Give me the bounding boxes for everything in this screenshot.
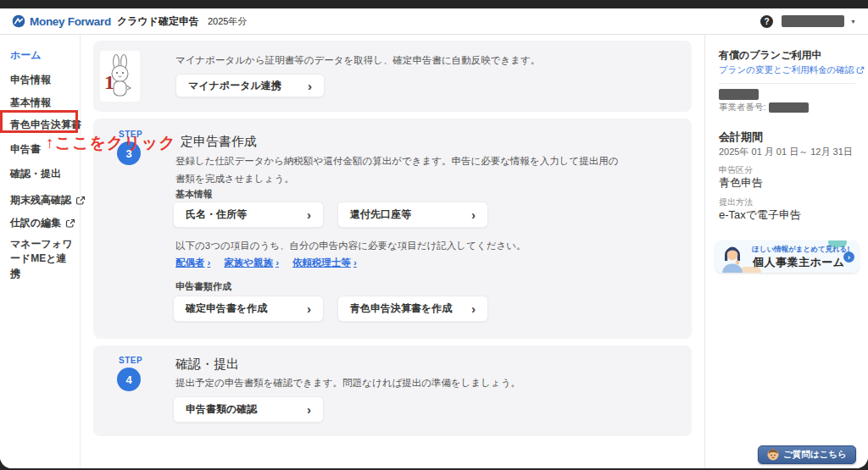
question-button[interactable]: ご質問はこちら: [758, 445, 856, 464]
submit-method-label: 提出方法: [719, 196, 753, 208]
plan-change-link[interactable]: プランの変更とご利用料金の確認: [719, 64, 865, 76]
create-tax-return-button[interactable]: 確定申告書を作成 ›: [173, 296, 324, 322]
redacted-business-name: [719, 89, 759, 100]
plan-status: 有償のプランご利用中: [719, 48, 821, 63]
divider: [719, 83, 855, 84]
chevron-down-icon: ▼: [850, 19, 856, 25]
redacted-account-name: [782, 15, 844, 27]
sole-proprietor-home-banner[interactable]: ほしい情報がまとめて見れる! 個人事業主ホーム ›: [715, 241, 859, 273]
step3-label: STEP: [119, 130, 142, 139]
top-header: Money Forward クラウド確定申告 2025年分 ? ▼: [0, 8, 868, 35]
right-sidebar: 有償のプランご利用中 プランの変更とご利用料金の確認 事業者番号: 会計期間 2…: [704, 35, 868, 468]
external-link-icon: [856, 66, 865, 75]
mynaportal-link-button[interactable]: マイナポータル連携 ›: [175, 74, 325, 97]
step3-card: STEP 3 定申告書作成 登録した仕訳データから納税額や還付金額の算出ができま…: [93, 119, 692, 339]
chevron-right-icon: ›: [353, 257, 357, 268]
chevron-right-icon: ›: [307, 403, 311, 416]
sidebar-item-mf-me-renkei[interactable]: マネーフォワードMEと連携: [10, 237, 76, 281]
rabbit-mascot-icon: 1: [103, 53, 137, 99]
chevron-right-icon: ›: [208, 257, 211, 268]
chevron-right-icon: ›: [275, 257, 279, 268]
filing-type-label: 申告区分: [719, 164, 753, 176]
myna-mascot-image: 1: [100, 51, 140, 102]
support-mascot-icon: [767, 449, 779, 461]
app-window: Money Forward クラウド確定申告 2025年分 ? ▼ ホーム 申告…: [0, 8, 868, 468]
family-link[interactable]: 家族や親族›: [224, 257, 279, 269]
money-forward-logo[interactable]: Money Forward: [12, 14, 111, 28]
check-documents-button[interactable]: 申告書類の確認 ›: [173, 396, 324, 423]
create-aoiro-statement-button[interactable]: 青色申告決算書を作成 ›: [337, 296, 488, 322]
banner-catchphrase: ほしい情報がまとめて見れる!: [752, 245, 849, 255]
sidebar-item-aoiro-kessansho[interactable]: 青色申告決算書: [10, 118, 81, 132]
product-year: 2025年分: [208, 15, 247, 28]
arrow-right-icon: ›: [843, 252, 854, 263]
external-link-icon: [65, 218, 75, 229]
filing-type-value: 青色申告: [719, 175, 763, 191]
step3-number-badge: 3: [117, 141, 141, 165]
question-button-label: ご質問はこちら: [783, 449, 847, 461]
step3-note: 以下の3つの項目のうち、自分の申告内容に必要な項目だけ記入してください。: [175, 237, 526, 255]
chevron-right-icon: ›: [471, 302, 476, 315]
account-dropdown[interactable]: ▼: [782, 15, 856, 27]
money-forward-logo-icon: [12, 14, 25, 28]
banner-title: 個人事業主ホーム: [753, 255, 845, 270]
accounting-period-label: 会計期間: [719, 130, 763, 145]
sidebar-item-kihon-joho[interactable]: 基本情報: [10, 96, 51, 110]
chevron-right-icon: ›: [471, 208, 476, 221]
step4-card: STEP 4 確認・提出 提出予定の申告書類を確認できます。問題なければ提出の準…: [93, 346, 692, 436]
redacted-business-number: [769, 102, 809, 113]
submit-method-value: e-Taxで電子申告: [719, 207, 801, 223]
product-name: クラウド確定申告: [117, 14, 199, 29]
help-icon[interactable]: ?: [760, 15, 773, 28]
sidebar-item-shinkoku-joho[interactable]: 申告情報: [10, 73, 51, 87]
step4-description: 提出予定の申告書類を確認できます。問題なければ提出の準備をしましょう。: [175, 374, 633, 392]
sidebar-item-home[interactable]: ホーム: [10, 48, 42, 63]
step3-title: 定申告書作成: [181, 134, 257, 150]
chevron-right-icon: ›: [308, 80, 312, 92]
mynaportal-description: マイナポータルから証明書等のデータを取得し、確定申告書に自動反映できます。: [175, 52, 540, 69]
sidebar-item-shinkokusho[interactable]: 申告書: [10, 142, 41, 157]
external-link-icon: [75, 196, 86, 206]
chat-widget: ご質問はこちら: [749, 440, 865, 468]
tax-accountant-link[interactable]: 依頼税理士等›: [292, 257, 357, 269]
spouse-link[interactable]: 配偶者›: [175, 257, 210, 269]
woman-illustration: [717, 242, 748, 273]
mynaportal-card: 1 マイナポータルから証明書等のデータを取得し、確定申告書に自動反映できます。 …: [93, 41, 692, 112]
svg-text:1: 1: [104, 71, 114, 93]
docs-creation-label: 申告書類作成: [175, 280, 231, 293]
sidebar-item-kimatsu-zandaka[interactable]: 期末残高確認: [10, 193, 86, 207]
step4-label: STEP: [119, 356, 142, 365]
logo-text: Money Forward: [30, 15, 111, 28]
step4-title: 確認・提出: [175, 357, 239, 373]
chevron-right-icon: ›: [307, 302, 311, 315]
sidebar-item-kakunin-teishutsu[interactable]: 確認・提出: [10, 167, 61, 181]
accounting-period-value: 2025年 01 月 01 日～ 12月 31日: [719, 146, 853, 158]
sidebar-item-shiwake-henshu[interactable]: 仕訳の編集: [10, 216, 75, 230]
main-content: 1 マイナポータルから証明書等のデータを取得し、確定申告書に自動反映できます。 …: [81, 35, 704, 468]
name-address-button[interactable]: 氏名・住所等 ›: [173, 202, 324, 228]
business-number-label: 事業者番号:: [719, 102, 765, 113]
basic-info-label: 基本情報: [175, 188, 213, 201]
step4-number-badge: 4: [117, 368, 141, 391]
left-sidebar: ホーム 申告情報 基本情報 青色申告決算書 申告書 確認・提出 期末残高確認 仕…: [0, 35, 81, 468]
chevron-right-icon: ›: [307, 208, 311, 221]
refund-account-button[interactable]: 還付先口座等 ›: [337, 202, 488, 228]
step3-description: 登録した仕訳データから納税額や還付金額の算出ができます。申告に必要な情報を入力し…: [175, 152, 623, 187]
